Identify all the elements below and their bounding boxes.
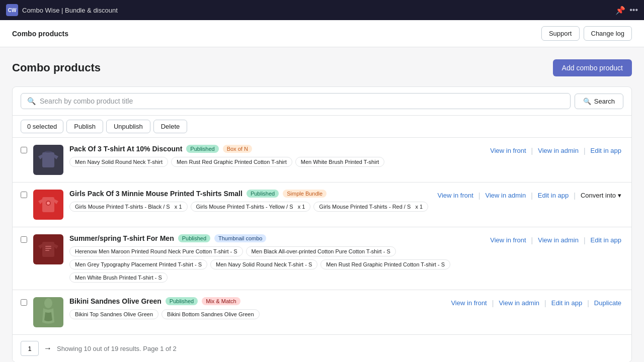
edit-in-app-link[interactable]: Edit in app bbox=[589, 235, 623, 245]
search-button-icon: 🔍 bbox=[583, 98, 591, 105]
view-in-front-link[interactable]: View in front bbox=[436, 191, 475, 200]
type-badge: Simple Bundle bbox=[283, 190, 327, 198]
unpublish-button[interactable]: Unpublish bbox=[106, 120, 150, 133]
product-image bbox=[33, 190, 63, 220]
products-card: 🔍 🔍 Search 0 selected Publish Unpublish … bbox=[12, 86, 632, 362]
convert-into-button[interactable]: Convert into ▾ bbox=[579, 191, 623, 200]
product-title-row: Girls Pack Of 3 Minnie Mouse Printed T-s… bbox=[69, 190, 430, 198]
tag: Girls Mouse Printed T-shirts - Red / S x… bbox=[313, 202, 428, 212]
status-badge: Published bbox=[186, 145, 218, 153]
svg-point-8 bbox=[44, 298, 52, 308]
pin-icon[interactable]: 📌 bbox=[615, 6, 625, 15]
product-image bbox=[33, 234, 63, 264]
convert-into-label: Convert into bbox=[581, 192, 616, 199]
main-title-row: Combo products Add combo product bbox=[12, 59, 632, 76]
tag: Men White Brush Printed T-shirt bbox=[295, 157, 385, 167]
edit-in-app-link[interactable]: Edit in app bbox=[589, 146, 623, 155]
tag: Men Grey Typography Placement Printed T-… bbox=[69, 259, 207, 269]
main-content: Combo products Add combo product 🔍 🔍 Sea… bbox=[0, 47, 644, 362]
top-nav: CW Combo Wise | Bundle & discount 📌 ••• bbox=[0, 0, 644, 20]
status-badge: Published bbox=[178, 234, 210, 242]
tag: Men Rust Red Graphic Printed Cotton T-sh… bbox=[171, 157, 292, 167]
status-badge: Published bbox=[166, 297, 198, 305]
row-checkbox[interactable] bbox=[21, 147, 27, 153]
svg-rect-4 bbox=[42, 242, 54, 257]
selected-count: 0 selected bbox=[21, 120, 63, 133]
page-input[interactable] bbox=[21, 341, 39, 356]
product-image bbox=[33, 145, 63, 175]
product-actions: View in front | View in admin | Edit in … bbox=[488, 235, 623, 245]
product-tags: Bikini Top Sandnes Olive Green Bikini Bo… bbox=[69, 309, 443, 319]
app-title: Combo Wise | Bundle & discount bbox=[22, 7, 118, 14]
svg-rect-5 bbox=[45, 246, 51, 247]
change-log-button[interactable]: Change log bbox=[584, 26, 632, 41]
row-checkbox[interactable] bbox=[21, 299, 27, 306]
table-row: Summer/spring T-shirt For Men Published … bbox=[13, 227, 631, 290]
product-tags: Girls Mouse Printed T-shirts - Black / S… bbox=[69, 202, 430, 212]
tag: Bikini Bottom Sandnes Olive Green bbox=[162, 309, 259, 319]
svg-point-3 bbox=[47, 202, 50, 205]
page-header-title: Combo products bbox=[12, 30, 68, 38]
duplicate-link[interactable]: Duplicate bbox=[592, 298, 623, 308]
edit-in-app-link[interactable]: Edit in app bbox=[536, 191, 571, 200]
top-nav-left: CW Combo Wise | Bundle & discount bbox=[6, 4, 118, 16]
tag: Men Navy Solid Round Neck T-shirt bbox=[69, 157, 168, 167]
chevron-down-icon: ▾ bbox=[618, 192, 621, 199]
table-row: Bikini Sandnes Olive Green Published Mix… bbox=[13, 290, 631, 334]
product-title-row: Pack Of 3 T-shirt At 10% Discount Publis… bbox=[69, 145, 482, 153]
view-in-admin-link[interactable]: View in admin bbox=[536, 146, 581, 155]
product-tags: Herenow Men Maroon Printed Round Neck Pu… bbox=[69, 246, 482, 283]
search-input[interactable] bbox=[40, 97, 564, 105]
tag: Men Navy Solid Round Neck T-shirt - S bbox=[210, 259, 317, 269]
tag: Girls Mouse Printed T-shirts - Yellow / … bbox=[191, 202, 311, 212]
support-button[interactable]: Support bbox=[541, 26, 580, 41]
more-icon[interactable]: ••• bbox=[629, 6, 638, 15]
page-title: Combo products bbox=[12, 61, 101, 74]
view-in-admin-link[interactable]: View in admin bbox=[497, 298, 541, 308]
view-in-front-link[interactable]: View in front bbox=[449, 298, 489, 308]
product-title: Girls Pack Of 3 Minnie Mouse Printed T-s… bbox=[69, 190, 243, 198]
product-actions: View in front | View in admin | Edit in … bbox=[449, 298, 623, 308]
search-input-wrap: 🔍 bbox=[21, 93, 571, 109]
type-badge: Thumbnail combo bbox=[214, 234, 266, 242]
add-combo-product-button[interactable]: Add combo product bbox=[553, 59, 632, 76]
delete-button[interactable]: Delete bbox=[153, 120, 188, 133]
product-info: Pack Of 3 T-shirt At 10% Discount Publis… bbox=[69, 145, 482, 167]
tag: Men Black All-over-printed Cotton Pure C… bbox=[246, 246, 396, 256]
app-icon: CW bbox=[6, 4, 18, 16]
view-in-admin-link[interactable]: View in admin bbox=[483, 191, 528, 200]
table-row: Pack Of 3 T-shirt At 10% Discount Publis… bbox=[13, 138, 631, 183]
search-button[interactable]: 🔍 Search bbox=[575, 94, 623, 109]
row-checkbox[interactable] bbox=[21, 236, 27, 243]
product-tags: Men Navy Solid Round Neck T-shirt Men Ru… bbox=[69, 157, 482, 167]
product-info: Girls Pack Of 3 Minnie Mouse Printed T-s… bbox=[69, 190, 430, 212]
table-row: Girls Pack Of 3 Minnie Mouse Printed T-s… bbox=[13, 183, 631, 227]
view-in-admin-link[interactable]: View in admin bbox=[536, 235, 581, 245]
tag: Men Rust Red Graphic Printed Cotton T-sh… bbox=[320, 259, 450, 269]
product-title-row: Summer/spring T-shirt For Men Published … bbox=[69, 234, 482, 242]
tag: Herenow Men Maroon Printed Round Neck Pu… bbox=[69, 246, 243, 256]
view-in-front-link[interactable]: View in front bbox=[488, 235, 528, 245]
tag: Bikini Top Sandnes Olive Green bbox=[69, 309, 158, 319]
row-checkbox[interactable] bbox=[21, 192, 27, 198]
edit-in-app-link[interactable]: Edit in app bbox=[549, 298, 584, 308]
product-image bbox=[33, 297, 63, 327]
next-page-button[interactable]: → bbox=[44, 344, 52, 353]
product-actions: View in front | View in admin | Edit in … bbox=[488, 146, 623, 155]
svg-rect-6 bbox=[45, 248, 51, 249]
search-icon: 🔍 bbox=[27, 97, 36, 105]
product-title: Summer/spring T-shirt For Men bbox=[69, 234, 174, 242]
view-in-front-link[interactable]: View in front bbox=[488, 146, 528, 155]
pagination-info: Showing 10 out of 19 results. Page 1 of … bbox=[57, 345, 177, 352]
top-nav-right: 📌 ••• bbox=[615, 6, 638, 15]
type-badge: Mix & Match bbox=[202, 297, 240, 305]
publish-button[interactable]: Publish bbox=[66, 120, 103, 133]
header-buttons: Support Change log bbox=[541, 26, 632, 41]
product-info: Bikini Sandnes Olive Green Published Mix… bbox=[69, 297, 443, 319]
svg-rect-7 bbox=[45, 250, 49, 251]
products-list: Pack Of 3 T-shirt At 10% Discount Publis… bbox=[13, 138, 631, 334]
product-title: Pack Of 3 T-shirt At 10% Discount bbox=[69, 145, 182, 153]
product-actions: View in front | View in admin | Edit in … bbox=[436, 191, 623, 200]
svg-rect-0 bbox=[42, 152, 54, 167]
search-bar: 🔍 🔍 Search bbox=[13, 87, 631, 116]
